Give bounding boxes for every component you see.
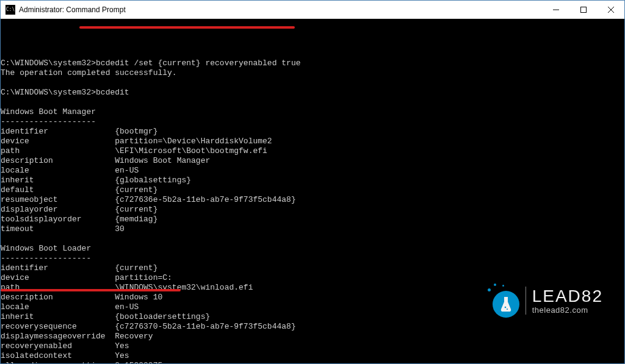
cmd-icon: C:\ [5,5,15,15]
window-controls [542,1,624,18]
terminal-line [1,98,624,107]
highlight-annotation [1,289,181,291]
terminal-line: -------------------- [1,117,624,127]
terminal-line: timeout 30 [1,224,624,234]
terminal-line: locale en-US [1,166,624,176]
close-button[interactable] [597,1,624,18]
command-prompt-window: C:\ Administrator: Command Prompt C:\WIN… [0,0,625,364]
terminal-line: The operation completed successfully. [1,68,624,78]
terminal-line: isolatedcontext Yes [1,351,624,361]
terminal-line: displayorder {current} [1,205,624,215]
terminal-line [1,234,624,244]
terminal-line: recoverysequence {c7276370-5b2a-11eb-ab7… [1,322,624,332]
terminal-line: description Windows Boot Manager [1,156,624,166]
terminal-line: inherit {globalsettings} [1,176,624,185]
watermark-logo-icon [485,284,519,318]
terminal-line: toolsdisplayorder {memdiag} [1,215,624,224]
svg-point-4 [504,307,506,309]
terminal-line: recoveryenabled Yes [1,341,624,351]
maximize-button[interactable] [569,1,597,18]
window-title: Administrator: Command Prompt [19,5,542,14]
terminal-line: C:\WINDOWS\system32>bcdedit /set {curren… [1,59,624,68]
terminal-line: path \EFI\Microsoft\Boot\bootmgfw.efi [1,146,624,156]
terminal-line: ------------------- [1,254,624,263]
watermark-brand: LEAD82 [532,288,603,305]
svg-point-5 [507,309,508,310]
terminal-line: identifier {bootmgr} [1,127,624,137]
titlebar[interactable]: C:\ Administrator: Command Prompt [1,1,624,19]
terminal-line: Windows Boot Manager [1,107,624,117]
terminal-line: Windows Boot Loader [1,244,624,254]
terminal-line: allowedinmemorysettings 0x15000075 [1,361,624,363]
terminal-line: device partition=C: [1,273,624,283]
terminal-line: device partition=\Device\HarddiskVolume2 [1,137,624,146]
terminal-line: C:\WINDOWS\system32>bcdedit [1,88,624,98]
terminal[interactable]: C:\WINDOWS\system32>bcdedit /set {curren… [1,19,624,363]
watermark-url: thelead82.com [532,306,603,314]
terminal-line: displaymessageoverride Recovery [1,332,624,341]
terminal-line: default {current} [1,185,624,195]
terminal-line [1,78,624,88]
terminal-line: identifier {current} [1,263,624,273]
watermark: LEAD82 thelead82.com [485,284,603,318]
svg-rect-1 [580,7,586,12]
divider [526,287,526,315]
highlight-annotation [79,26,295,29]
minimize-button[interactable] [542,1,569,18]
terminal-line: resumeobject {c727636e-5b2a-11eb-ab7e-9f… [1,195,624,205]
